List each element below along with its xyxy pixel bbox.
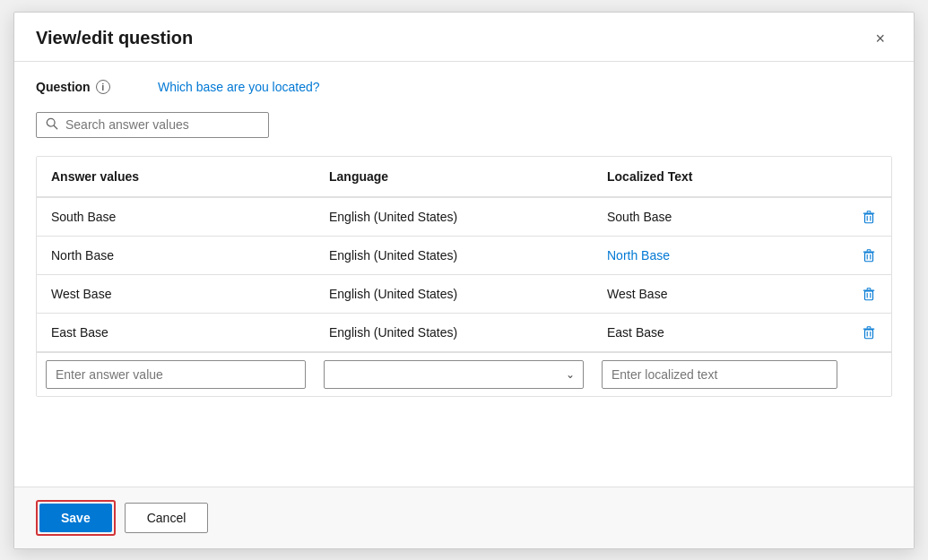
dialog-body: Question i Which base are you located?: [14, 62, 914, 487]
col-actions: [846, 166, 891, 187]
localized-text-input[interactable]: [602, 360, 837, 389]
delete-cell: [846, 275, 891, 313]
answer-value-input[interactable]: [46, 360, 306, 389]
answer-input-cell: [37, 353, 315, 396]
dialog-footer: Save Cancel: [14, 487, 914, 548]
delete-cell: [846, 314, 891, 351]
answer-value-cell: South Base: [37, 199, 315, 235]
col-answer-values: Answer values: [37, 166, 315, 187]
save-button[interactable]: Save: [39, 504, 112, 532]
dialog-header: View/edit question ×: [14, 13, 914, 62]
localized-text-cell: North Base: [593, 237, 846, 273]
language-input-cell: English (United States) French German ⌄: [315, 353, 593, 396]
input-row: English (United States) French German ⌄: [37, 352, 891, 396]
view-edit-dialog: View/edit question × Question i Which ba…: [13, 12, 915, 549]
question-row: Question i Which base are you located?: [36, 80, 892, 94]
delete-button[interactable]: [857, 205, 880, 228]
input-action-cell: [846, 367, 891, 382]
language-cell: English (United States): [315, 314, 593, 350]
answer-table: Answer values Language Localized Text So…: [36, 156, 892, 397]
localized-text-cell: East Base: [593, 314, 846, 350]
answer-value-cell: West Base: [37, 276, 315, 312]
localized-text-cell: West Base: [593, 276, 846, 312]
col-language: Language: [315, 166, 593, 187]
language-cell: English (United States): [315, 199, 593, 235]
search-input[interactable]: [65, 117, 259, 132]
answer-value-cell: East Base: [37, 314, 315, 350]
question-label-text: Question: [36, 80, 91, 94]
close-button[interactable]: ×: [868, 27, 892, 50]
info-icon[interactable]: i: [96, 80, 110, 94]
question-label: Question i: [36, 80, 143, 94]
svg-rect-3: [865, 213, 873, 222]
delete-button[interactable]: [857, 321, 880, 344]
table-row: South Base English (United States) South…: [37, 198, 891, 237]
delete-button[interactable]: [857, 282, 880, 306]
question-text: Which base are you located?: [158, 80, 320, 94]
table-row: North Base English (United States) North…: [37, 237, 891, 275]
search-icon: [46, 117, 58, 133]
dialog-title: View/edit question: [36, 28, 193, 48]
svg-rect-15: [865, 329, 873, 338]
table-row: West Base English (United States) West B…: [37, 275, 891, 314]
language-cell: English (United States): [315, 237, 593, 273]
delete-cell: [846, 237, 891, 274]
language-select[interactable]: English (United States) French German: [324, 360, 584, 389]
svg-rect-11: [865, 290, 873, 299]
language-dropdown-wrapper: English (United States) French German ⌄: [324, 360, 584, 389]
localized-input-cell: [593, 353, 846, 396]
answer-value-cell: North Base: [37, 237, 315, 273]
search-wrapper: [36, 112, 269, 138]
table-row: East Base English (United States) East B…: [37, 314, 891, 352]
svg-rect-7: [865, 252, 873, 261]
delete-button[interactable]: [857, 244, 880, 267]
save-btn-wrapper: Save: [36, 500, 116, 536]
col-localized-text: Localized Text: [593, 166, 846, 187]
table-header: Answer values Language Localized Text: [37, 157, 891, 198]
delete-cell: [846, 198, 891, 236]
language-cell: English (United States): [315, 276, 593, 312]
cancel-button[interactable]: Cancel: [125, 503, 209, 533]
localized-text-cell: South Base: [593, 199, 846, 235]
search-container: [36, 112, 892, 138]
svg-line-1: [54, 125, 57, 129]
